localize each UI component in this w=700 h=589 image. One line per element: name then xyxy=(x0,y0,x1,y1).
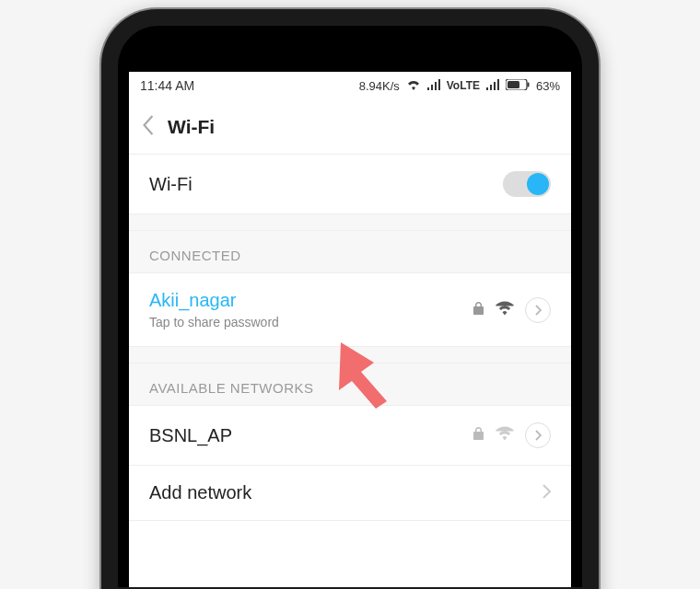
available-ssid: BSNL_AP xyxy=(149,425,232,446)
phone-frame: 11:44 AM 8.94K/s VoLTE xyxy=(101,9,599,589)
status-time: 11:44 AM xyxy=(140,78,194,93)
screen: 11:44 AM 8.94K/s VoLTE xyxy=(129,72,571,587)
status-battery-pct: 63% xyxy=(536,79,560,93)
add-network-label: Add network xyxy=(149,482,251,503)
wifi-toggle-label: Wi-Fi xyxy=(149,174,192,195)
battery-icon xyxy=(506,79,530,93)
details-button[interactable] xyxy=(525,422,551,448)
details-button[interactable] xyxy=(525,297,551,323)
available-network-row[interactable]: BSNL_AP xyxy=(129,406,571,466)
add-network-row[interactable]: Add network xyxy=(129,466,571,521)
lock-icon xyxy=(472,426,484,445)
status-right: 8.94K/s VoLTE 63% xyxy=(359,79,560,93)
signal-2-icon xyxy=(486,79,499,93)
section-gap xyxy=(129,214,571,231)
section-gap xyxy=(129,347,571,364)
status-speed: 8.94K/s xyxy=(359,79,400,93)
connected-network-row[interactable]: Akii_nagar Tap to share password xyxy=(129,273,571,347)
page-title: Wi-Fi xyxy=(168,116,215,138)
wifi-signal-icon xyxy=(496,426,514,445)
back-button[interactable] xyxy=(142,115,155,139)
available-section-header: AVAILABLE NETWORKS xyxy=(129,364,571,406)
wifi-toggle-row[interactable]: Wi-Fi xyxy=(129,155,571,214)
signal-1-icon xyxy=(427,79,440,93)
page-header: Wi-Fi xyxy=(129,99,571,155)
wifi-signal-icon xyxy=(496,301,514,319)
toggle-knob xyxy=(527,173,549,195)
svg-rect-2 xyxy=(527,82,529,87)
connected-subtitle: Tap to share password xyxy=(149,315,279,329)
connected-ssid: Akii_nagar xyxy=(149,290,279,311)
wifi-toggle-switch[interactable] xyxy=(503,171,551,197)
lock-icon xyxy=(472,301,484,319)
wifi-status-icon xyxy=(406,79,421,93)
status-volte: VoLTE xyxy=(447,79,480,92)
chevron-right-icon xyxy=(542,484,551,502)
status-bar: 11:44 AM 8.94K/s VoLTE xyxy=(129,72,571,99)
phone-bezel: 11:44 AM 8.94K/s VoLTE xyxy=(118,26,582,587)
connected-section-header: CONNECTED xyxy=(129,231,571,273)
svg-rect-1 xyxy=(508,81,519,88)
